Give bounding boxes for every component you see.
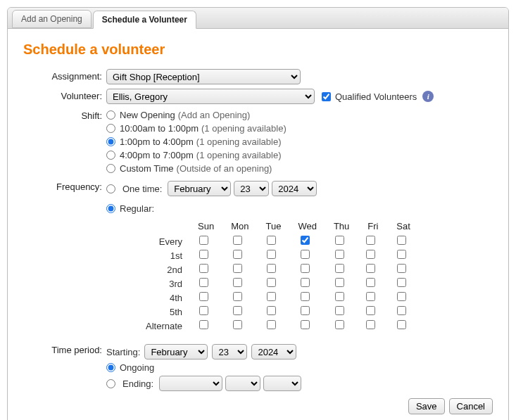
chk-3rd-wed[interactable] xyxy=(301,278,310,287)
chk-2nd-wed[interactable] xyxy=(301,264,310,273)
ending-month-select[interactable] xyxy=(159,376,222,391)
chk-2nd-tue[interactable] xyxy=(267,264,276,273)
ending-year-select[interactable] xyxy=(263,376,301,391)
panel-content: Schedule a volunteer Assignment: Gift Sh… xyxy=(8,29,508,420)
tab-add-opening[interactable]: Add an Opening xyxy=(12,10,92,28)
grid-row-2nd: 2nd xyxy=(137,262,419,276)
chk-1st-wed[interactable] xyxy=(301,250,310,259)
volunteer-label: Volunteer: xyxy=(23,89,106,101)
day-header-sun: Sun xyxy=(189,219,222,234)
chk-1st-thu[interactable] xyxy=(335,250,344,259)
chk-alt-fri[interactable] xyxy=(366,320,375,329)
day-header-row: Sun Mon Tue Wed Thu Fri Sat xyxy=(137,219,419,234)
starting-month-select[interactable]: February xyxy=(144,344,208,359)
day-header-mon: Mon xyxy=(222,219,257,234)
row-label-4th: 4th xyxy=(137,291,189,305)
chk-5th-sun[interactable] xyxy=(199,306,208,315)
row-label-5th: 5th xyxy=(137,305,189,319)
chk-5th-fri[interactable] xyxy=(366,306,375,315)
ending-day-select[interactable] xyxy=(225,376,260,391)
chk-alt-tue[interactable] xyxy=(267,320,276,329)
chk-every-wed[interactable] xyxy=(301,236,310,245)
shift-4pm-label: 4:00pm to 7:00pm xyxy=(120,150,194,160)
shift-radio-custom[interactable] xyxy=(106,164,115,173)
grid-row-5th: 5th xyxy=(137,305,419,319)
chk-5th-sat[interactable] xyxy=(397,306,406,315)
chk-3rd-fri[interactable] xyxy=(366,278,375,287)
qualified-volunteers-wrapper[interactable]: Qualified Volunteers xyxy=(322,91,417,102)
chk-1st-tue[interactable] xyxy=(267,250,276,259)
chk-alt-sun[interactable] xyxy=(199,320,208,329)
chk-every-fri[interactable] xyxy=(366,236,375,245)
chk-1st-sun[interactable] xyxy=(199,250,208,259)
chk-5th-wed[interactable] xyxy=(301,306,310,315)
chk-3rd-sat[interactable] xyxy=(397,278,406,287)
chk-4th-mon[interactable] xyxy=(233,292,242,301)
chk-2nd-fri[interactable] xyxy=(366,264,375,273)
starting-year-select[interactable]: 2024 xyxy=(251,344,296,359)
chk-4th-wed[interactable] xyxy=(301,292,310,301)
assignment-select[interactable]: Gift Shop [Reception] xyxy=(106,69,301,84)
onetime-day-select[interactable]: 23 xyxy=(234,181,269,196)
chk-alt-wed[interactable] xyxy=(301,320,310,329)
onetime-year-select[interactable]: 2024 xyxy=(272,181,317,196)
row-label-2nd: 2nd xyxy=(137,262,189,276)
chk-3rd-sun[interactable] xyxy=(199,278,208,287)
time-period-radio-ongoing[interactable] xyxy=(106,363,115,372)
chk-3rd-tue[interactable] xyxy=(267,278,276,287)
time-period-label: Time period: xyxy=(23,343,106,355)
info-icon[interactable]: i xyxy=(422,91,434,102)
onetime-month-select[interactable]: February xyxy=(168,181,231,196)
shift-row: Shift: New Opening (Add an Opening) 10:0… xyxy=(23,108,493,175)
shift-1pm-label: 1:00pm to 4:00pm xyxy=(120,136,194,147)
chk-1st-fri[interactable] xyxy=(366,250,375,259)
chk-3rd-mon[interactable] xyxy=(233,278,242,287)
schedule-panel: Add an Opening Schedule a Volunteer Sche… xyxy=(7,7,509,420)
chk-2nd-thu[interactable] xyxy=(335,264,344,273)
chk-every-sun[interactable] xyxy=(199,236,208,245)
chk-4th-sat[interactable] xyxy=(397,292,406,301)
chk-alt-thu[interactable] xyxy=(335,320,344,329)
chk-4th-fri[interactable] xyxy=(366,292,375,301)
shift-custom-label: Custom Time xyxy=(120,163,174,174)
chk-every-mon[interactable] xyxy=(233,236,242,245)
chk-alt-mon[interactable] xyxy=(233,320,242,329)
row-label-3rd: 3rd xyxy=(137,276,189,291)
shift-radio-4pm[interactable] xyxy=(106,151,115,160)
chk-every-thu[interactable] xyxy=(335,236,344,245)
chk-2nd-sun[interactable] xyxy=(199,264,208,273)
shift-radio-10am[interactable] xyxy=(106,124,115,133)
volunteer-select[interactable]: Ellis, Gregory xyxy=(106,89,315,104)
chk-every-sat[interactable] xyxy=(397,236,406,245)
chk-1st-mon[interactable] xyxy=(233,250,242,259)
day-header-fri: Fri xyxy=(358,219,388,234)
chk-4th-sun[interactable] xyxy=(199,292,208,301)
frequency-radio-onetime[interactable] xyxy=(106,184,115,193)
chk-2nd-mon[interactable] xyxy=(233,264,242,273)
chk-5th-thu[interactable] xyxy=(335,306,344,315)
chk-3rd-thu[interactable] xyxy=(335,278,344,287)
shift-radio-new-opening[interactable] xyxy=(106,110,115,120)
time-period-radio-ending[interactable] xyxy=(106,379,115,388)
page-title: Schedule a volunteer xyxy=(23,42,493,58)
cancel-button[interactable]: Cancel xyxy=(449,398,493,414)
row-label-1st: 1st xyxy=(137,248,189,262)
volunteer-row: Volunteer: Ellis, Gregory Qualified Volu… xyxy=(23,89,493,104)
chk-5th-mon[interactable] xyxy=(233,306,242,315)
starting-day-select[interactable]: 23 xyxy=(212,344,247,359)
tab-schedule-volunteer[interactable]: Schedule a Volunteer xyxy=(93,11,196,29)
save-button[interactable]: Save xyxy=(408,398,445,414)
chk-1st-sat[interactable] xyxy=(397,250,406,259)
shift-radio-1pm[interactable] xyxy=(106,137,115,146)
chk-5th-tue[interactable] xyxy=(267,306,276,315)
shift-label: Shift: xyxy=(23,108,106,121)
grid-row-1st: 1st xyxy=(137,248,419,262)
chk-4th-tue[interactable] xyxy=(267,292,276,301)
chk-every-tue[interactable] xyxy=(267,236,276,245)
chk-alt-sat[interactable] xyxy=(397,320,406,329)
grid-row-every: Every xyxy=(137,234,419,248)
chk-2nd-sat[interactable] xyxy=(397,264,406,273)
frequency-radio-regular[interactable] xyxy=(106,204,115,213)
chk-4th-thu[interactable] xyxy=(335,292,344,301)
qualified-volunteers-checkbox[interactable] xyxy=(322,92,331,101)
